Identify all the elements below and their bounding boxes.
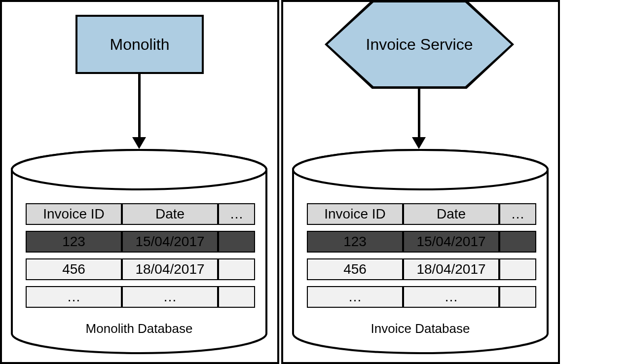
th-more: … [218,203,255,225]
cell-more [218,286,255,308]
cell-more [218,231,255,253]
table-row: 123 15/04/2017 [307,231,536,253]
table-header-row: Invoice ID Date … [26,203,255,225]
cell-invoice-id: … [26,286,122,308]
cell-date: 15/04/2017 [122,231,218,253]
left-db-label: Monolith Database [10,321,268,336]
cell-more [499,258,536,280]
right-invoice-table: Invoice ID Date … 123 15/04/2017 456 18/… [307,197,536,314]
th-invoice-id: Invoice ID [26,203,122,225]
right-arrow-line [418,88,420,138]
svg-point-3 [293,150,548,189]
cell-invoice-id: … [307,286,403,308]
cell-more [218,258,255,280]
table-row: … … [26,286,255,308]
th-invoice-id: Invoice ID [307,203,403,225]
cell-more [499,286,536,308]
monolith-node: Monolith [75,15,204,74]
th-date: Date [122,203,218,225]
cell-date: 18/04/2017 [122,258,218,280]
th-more: … [499,203,536,225]
cell-more [499,231,536,253]
invoice-service-label: Invoice Service [366,36,473,54]
cell-invoice-id: 456 [307,258,403,280]
cell-invoice-id: 456 [26,258,122,280]
cell-date: 15/04/2017 [403,231,499,253]
table-row: 456 18/04/2017 [307,258,536,280]
table-header-row: Invoice ID Date … [307,203,536,225]
table-row: 123 15/04/2017 [26,231,255,253]
cell-date: … [122,286,218,308]
table-row: … … [307,286,536,308]
left-invoice-table: Invoice ID Date … 123 15/04/2017 456 18/… [26,197,255,314]
table-row: 456 18/04/2017 [26,258,255,280]
cell-invoice-id: 123 [307,231,403,253]
right-db-label: Invoice Database [291,321,550,336]
cell-invoice-id: 123 [26,231,122,253]
cell-date: 18/04/2017 [403,258,499,280]
left-arrow-head [132,137,146,149]
svg-point-1 [12,150,266,189]
cell-date: … [403,286,499,308]
right-arrow-head [412,137,426,149]
left-arrow-line [138,74,141,138]
th-date: Date [403,203,499,225]
monolith-label: Monolith [110,36,170,54]
